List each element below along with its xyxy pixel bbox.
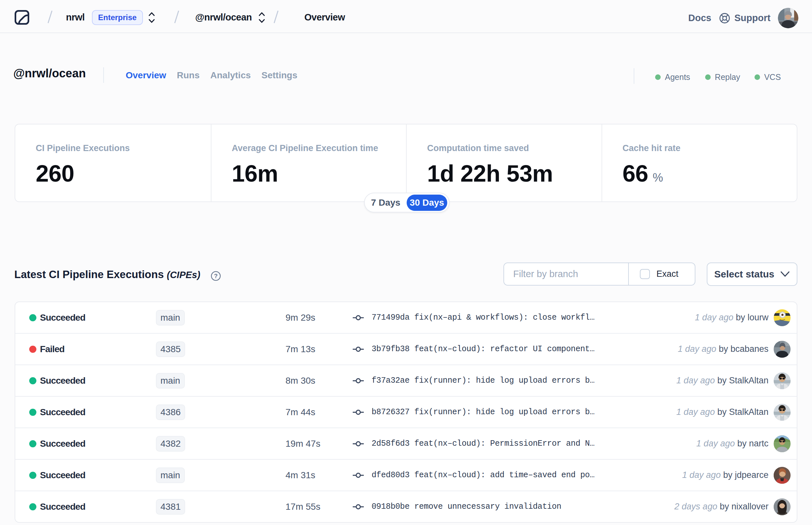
svg-text:?: ? <box>214 273 218 280</box>
